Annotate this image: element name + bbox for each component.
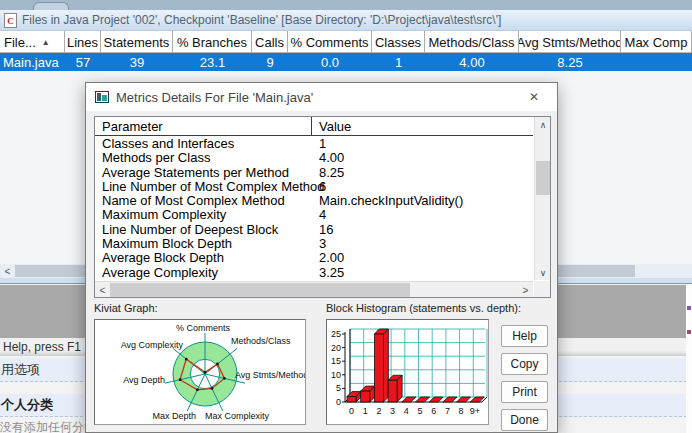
hist-ytick-label: 15 bbox=[331, 356, 341, 366]
header-label: Statements bbox=[104, 35, 170, 50]
hist-xtick-label: 1 bbox=[363, 406, 368, 416]
dialog-titlebar[interactable]: Metrics Details For File 'Main.java' ✕ bbox=[86, 83, 557, 111]
dialog-title: Metrics Details For File 'Main.java' bbox=[116, 90, 313, 105]
kiviat-axis-label: Avg Stmts/Method bbox=[235, 370, 305, 380]
scroll-left-icon[interactable]: < bbox=[0, 264, 15, 278]
header-cell-0[interactable]: File...▲ bbox=[0, 31, 65, 53]
metric-value: 3.25 bbox=[319, 266, 344, 280]
done-button[interactable]: Done bbox=[501, 409, 548, 431]
metrics-row[interactable]: Classes and Interfaces1 bbox=[95, 137, 533, 151]
block-histogram-label: Block Histogram (statements vs. depth): bbox=[326, 302, 521, 314]
row-cell-0: Main.java bbox=[0, 53, 65, 71]
background-tab-strip bbox=[0, 0, 692, 10]
metrics-row[interactable]: Methods per Class4.00 bbox=[95, 151, 533, 165]
scroll-down-icon[interactable]: ∨ bbox=[535, 265, 551, 280]
header-cell-2[interactable]: Statements bbox=[101, 31, 173, 53]
row-cell-9 bbox=[621, 53, 692, 71]
webpage-empty-note: 没有添加任何分类 bbox=[0, 419, 96, 433]
header-label: Avg Stmts/Method bbox=[519, 35, 621, 50]
header-label: % Branches bbox=[177, 35, 247, 50]
scroll-left-icon[interactable]: < bbox=[95, 282, 110, 298]
row-cell-7: 4.00 bbox=[425, 53, 519, 71]
metrics-row[interactable]: Average Block Depth2.00 bbox=[95, 251, 533, 265]
help-button[interactable]: Help bbox=[501, 325, 548, 347]
metric-value: 4.00 bbox=[319, 151, 344, 165]
row-cell-6: 1 bbox=[372, 53, 425, 71]
metric-name: Line Number of Deepest Block bbox=[102, 223, 278, 237]
close-icon[interactable]: ✕ bbox=[519, 83, 549, 111]
file-table-row[interactable]: Main.java573923.190.014.008.25 bbox=[0, 53, 692, 71]
header-cell-1[interactable]: Lines bbox=[65, 31, 101, 53]
screen: C Files in Java Project '002', Checkpoin… bbox=[0, 0, 692, 433]
column-parameter[interactable]: Parameter bbox=[102, 119, 163, 134]
metric-name: Average Statements per Method bbox=[102, 166, 289, 180]
metric-name: Average Block Depth bbox=[102, 251, 224, 265]
hist-ytick-label: 10 bbox=[331, 370, 341, 380]
metrics-listbox-header: Parameter Value bbox=[95, 117, 533, 136]
metrics-details-dialog: Metrics Details For File 'Main.java' ✕ P… bbox=[85, 82, 558, 433]
header-label: Classes bbox=[375, 35, 421, 50]
metric-name: Maximum Complexity bbox=[102, 208, 226, 222]
metrics-row[interactable]: Line Number of Most Complex Method6 bbox=[95, 180, 533, 194]
metric-value: 3 bbox=[319, 237, 326, 251]
listbox-vscrollbar-thumb[interactable] bbox=[536, 161, 550, 195]
metrics-rows: Classes and Interfaces1Methods per Class… bbox=[95, 137, 533, 280]
header-label: File... bbox=[4, 35, 36, 50]
scroll-right-icon[interactable]: > bbox=[518, 282, 533, 298]
header-label: % Comments bbox=[290, 35, 368, 50]
listbox-hscrollbar[interactable]: < > bbox=[95, 281, 533, 297]
svg-text:C: C bbox=[7, 16, 14, 26]
listbox-vscrollbar[interactable]: ∧ ∨ bbox=[534, 117, 550, 280]
kiviat-axis-label: Max Depth bbox=[152, 411, 196, 421]
browser-scrollbar-strip[interactable] bbox=[686, 284, 692, 433]
kiviat-axis-label: Avg Complexity bbox=[121, 340, 184, 350]
metric-name: Classes and Interfaces bbox=[102, 137, 234, 151]
scrollbar-corner bbox=[534, 281, 550, 297]
metric-name: Line Number of Most Complex Method bbox=[102, 180, 325, 194]
metrics-row[interactable]: Maximum Complexity4 bbox=[95, 208, 533, 222]
column-separator bbox=[311, 117, 312, 136]
file-table-header: File...▲LinesStatements% BranchesCalls% … bbox=[0, 31, 692, 53]
metric-value: 8.25 bbox=[319, 166, 344, 180]
metric-name: Maximum Block Depth bbox=[102, 237, 232, 251]
hist-xtick-label: 4 bbox=[404, 406, 409, 416]
scroll-up-icon[interactable]: ∧ bbox=[535, 117, 551, 132]
metric-name: Average Complexity bbox=[102, 266, 218, 280]
header-label: Max Comp bbox=[625, 35, 688, 50]
hist-ytick-label: 0 bbox=[336, 397, 341, 407]
hist-xtick-label: 0 bbox=[349, 406, 354, 416]
header-cell-4[interactable]: Calls bbox=[252, 31, 288, 53]
metric-name: Name of Most Complex Method bbox=[102, 194, 285, 208]
hist-xtick-label: 2 bbox=[376, 406, 381, 416]
kiviat-axis-label: Avg Depth bbox=[123, 375, 165, 385]
copy-button[interactable]: Copy bbox=[501, 353, 548, 375]
child-window-titlebar: C Files in Java Project '002', Checkpoin… bbox=[0, 10, 692, 31]
header-cell-7[interactable]: Methods/Class bbox=[425, 31, 519, 53]
metric-value: Main.checkInputValidity() bbox=[319, 194, 463, 208]
metric-value: 6 bbox=[319, 180, 326, 194]
hist-ytick-label: 20 bbox=[331, 343, 341, 353]
header-cell-3[interactable]: % Branches bbox=[173, 31, 252, 53]
header-cell-9[interactable]: Max Comp bbox=[621, 31, 692, 53]
metrics-row[interactable]: Line Number of Deepest Block16 bbox=[95, 223, 533, 237]
print-button[interactable]: Print bbox=[501, 381, 548, 403]
listbox-hscrollbar-thumb[interactable] bbox=[110, 283, 410, 297]
hist-xtick-label: 7 bbox=[445, 406, 450, 416]
metric-value: 1 bbox=[319, 137, 326, 151]
metrics-row[interactable]: Maximum Block Depth3 bbox=[95, 237, 533, 251]
column-value[interactable]: Value bbox=[319, 119, 351, 134]
metrics-row[interactable]: Average Statements per Method8.25 bbox=[95, 166, 533, 180]
header-cell-5[interactable]: % Comments bbox=[288, 31, 372, 53]
row-cell-5: 0.0 bbox=[288, 53, 372, 71]
kiviat-axis-label: Max Complexity bbox=[205, 411, 270, 421]
header-cell-8[interactable]: Avg Stmts/Method bbox=[519, 31, 621, 53]
row-cell-3: 23.1 bbox=[173, 53, 252, 71]
metrics-row[interactable]: Average Complexity3.25 bbox=[95, 266, 533, 280]
header-cell-6[interactable]: Classes bbox=[372, 31, 425, 53]
dialog-app-icon bbox=[95, 91, 109, 103]
webpage-section-label: 用选项 bbox=[1, 361, 40, 379]
metric-value: 4 bbox=[319, 208, 326, 222]
hist-xtick-label: 3 bbox=[390, 406, 395, 416]
metrics-row[interactable]: Name of Most Complex MethodMain.checkInp… bbox=[95, 194, 533, 208]
hist-xtick-label: 8 bbox=[459, 406, 464, 416]
